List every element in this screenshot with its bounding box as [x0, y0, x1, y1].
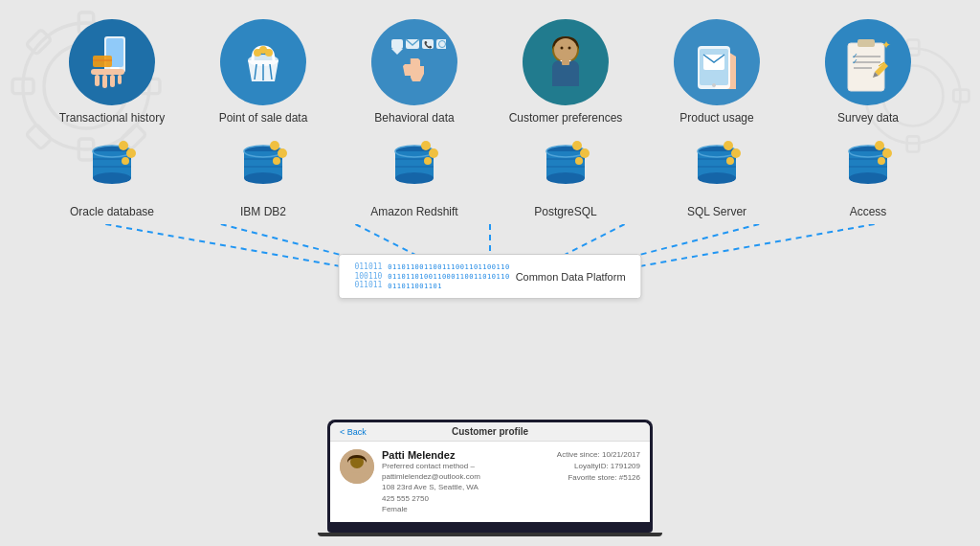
svg-point-80 — [395, 172, 434, 184]
svg-point-75 — [270, 141, 279, 150]
cdp-binary-main: 011011001100111001101100110 011011010011… — [388, 263, 509, 290]
profile-favorite-store: Favorite store: #5126 — [557, 472, 640, 484]
data-item-behavioral: 📞 Behavioral data — [347, 19, 481, 125]
svg-point-113 — [878, 157, 885, 165]
db-item-sqlserver: SQL Server — [650, 132, 784, 218]
main-container: Transactional history — [0, 0, 980, 546]
svg-point-71 — [244, 172, 282, 184]
data-sources-row: Transactional history — [29, 19, 951, 125]
svg-point-43 — [560, 47, 563, 50]
svg-point-49 — [712, 83, 716, 87]
profile-address: 108 23rd Ave S, Seattle, WA — [382, 482, 549, 492]
svg-point-95 — [575, 157, 583, 165]
svg-point-102 — [724, 141, 733, 150]
basket-icon — [234, 32, 293, 94]
svg-point-104 — [726, 157, 734, 165]
svg-point-98 — [698, 172, 736, 184]
postgresql-icon-wrapper — [532, 132, 599, 199]
ibm-icon-wrapper — [230, 132, 297, 199]
profile-stats: Active since: 10/21/2017 LoyaltyID: 1791… — [557, 449, 640, 484]
svg-point-94 — [580, 148, 590, 158]
profile-title: Customer profile — [452, 426, 528, 437]
redshift-db-icon — [386, 138, 443, 193]
person-icon — [535, 29, 597, 96]
oracle-icon-wrapper — [78, 132, 145, 199]
avatar — [340, 449, 374, 484]
survey-icon-circle: ✓ ✓ ✦ — [825, 19, 911, 105]
profile-header-bar: < Back Customer profile — [330, 422, 650, 442]
cdp-label: Common Data Platform — [516, 271, 626, 283]
cdp-binary-row2: 011011010011000110011010110 — [388, 273, 509, 281]
svg-point-42 — [554, 38, 577, 61]
db-item-oracle: Oracle database — [45, 132, 179, 218]
laptop-screen: < Back Customer profile Patti Me — [327, 420, 653, 525]
sqlserver-label: SQL Server — [687, 205, 746, 218]
data-item-transactional: Transactional history — [45, 19, 179, 125]
db-item-redshift: Amazon Redshift — [347, 132, 481, 218]
svg-text:📞: 📞 — [423, 40, 432, 49]
product-icon-circle — [674, 19, 760, 105]
oracle-label: Oracle database — [70, 205, 154, 218]
svg-rect-25 — [118, 75, 122, 84]
preferences-label: Customer preferences — [509, 111, 623, 125]
cdp-binary-row3: 011011001101 — [388, 283, 509, 290]
access-label: Access — [850, 205, 887, 218]
database-sources-row: Oracle database IBM DB2 — [29, 132, 951, 218]
profile-info: Patti Melendez Preferred contact method … — [382, 449, 549, 514]
svg-point-32 — [265, 49, 273, 57]
svg-rect-23 — [102, 75, 107, 88]
svg-point-77 — [273, 157, 280, 165]
access-icon-wrapper — [835, 132, 902, 199]
svg-point-68 — [122, 157, 129, 165]
redshift-icon-wrapper — [381, 132, 448, 199]
svg-point-111 — [875, 141, 884, 150]
survey-label: Survey data — [837, 111, 899, 125]
redshift-label: Amazon Redshift — [370, 205, 457, 218]
svg-point-89 — [546, 172, 585, 184]
svg-point-62 — [93, 172, 131, 184]
profile-body: Patti Melendez Preferred contact method … — [330, 442, 650, 522]
cdp-container: 011011100110011011 011011001100111001101… — [338, 254, 641, 299]
pos-icon-circle — [220, 19, 306, 105]
cdp-box: 011011100110011011 011011001100111001101… — [338, 254, 641, 299]
db-item-postgresql: PostgreSQL — [499, 132, 633, 218]
svg-marker-34 — [391, 49, 403, 55]
profile-loyalty-id: LoyaltyID: 1791209 — [557, 461, 640, 472]
svg-rect-52 — [858, 39, 875, 47]
svg-rect-50 — [848, 43, 884, 91]
behavioral-icon-circle: 📞 — [371, 19, 457, 105]
profile-phone: 425 555 2750 — [382, 493, 549, 504]
ibm-db-icon — [234, 138, 292, 193]
avatar-svg — [340, 449, 374, 484]
svg-text:✓: ✓ — [852, 57, 858, 66]
svg-text:✦: ✦ — [881, 38, 891, 52]
data-item-preferences: Customer preferences — [499, 19, 633, 125]
cdp-binary: 011011100110011011 — [354, 262, 382, 290]
svg-rect-24 — [110, 75, 115, 87]
product-label: Product usage — [679, 111, 753, 125]
laptop-stand — [318, 533, 662, 536]
transactional-icon-circle — [69, 19, 155, 105]
tablet-icon — [686, 32, 748, 94]
svg-point-85 — [429, 148, 438, 158]
svg-point-66 — [119, 141, 128, 150]
svg-point-93 — [572, 141, 582, 150]
svg-point-103 — [731, 148, 741, 158]
svg-rect-21 — [91, 69, 124, 75]
svg-point-112 — [882, 148, 892, 158]
svg-rect-18 — [110, 67, 120, 69]
svg-rect-33 — [391, 39, 403, 49]
transactional-label: Transactional history — [59, 111, 165, 125]
data-item-product: Product usage — [650, 19, 784, 125]
preferences-icon-circle — [523, 19, 609, 105]
laptop-base — [327, 525, 653, 533]
data-item-survey: ✓ ✓ ✦ Survey data — [801, 19, 935, 125]
svg-point-107 — [849, 172, 887, 184]
phone-icon — [83, 29, 141, 96]
profile-card-wrapper: < Back Customer profile Patti Me — [327, 420, 653, 536]
svg-rect-22 — [95, 75, 100, 86]
access-db-icon — [839, 138, 897, 193]
profile-contact: Preferred contact method – pattimlelende… — [382, 461, 549, 482]
db-item-ibm: IBM DB2 — [196, 132, 330, 218]
back-link[interactable]: < Back — [340, 427, 367, 437]
